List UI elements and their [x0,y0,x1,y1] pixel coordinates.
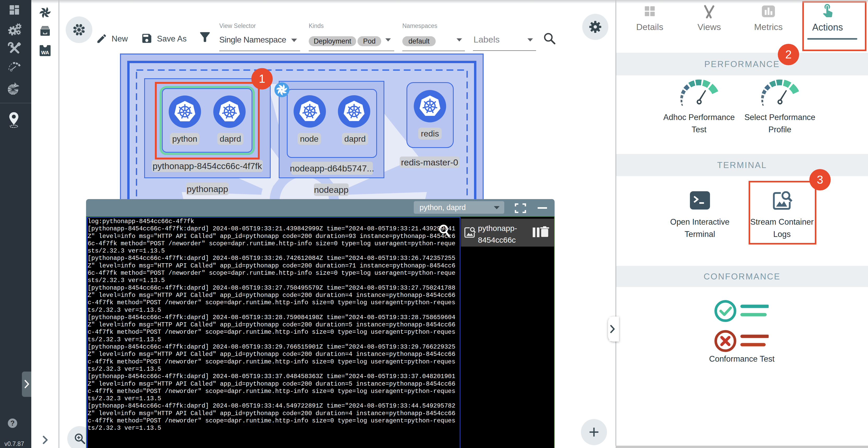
svg-text:WA: WA [41,50,49,55]
